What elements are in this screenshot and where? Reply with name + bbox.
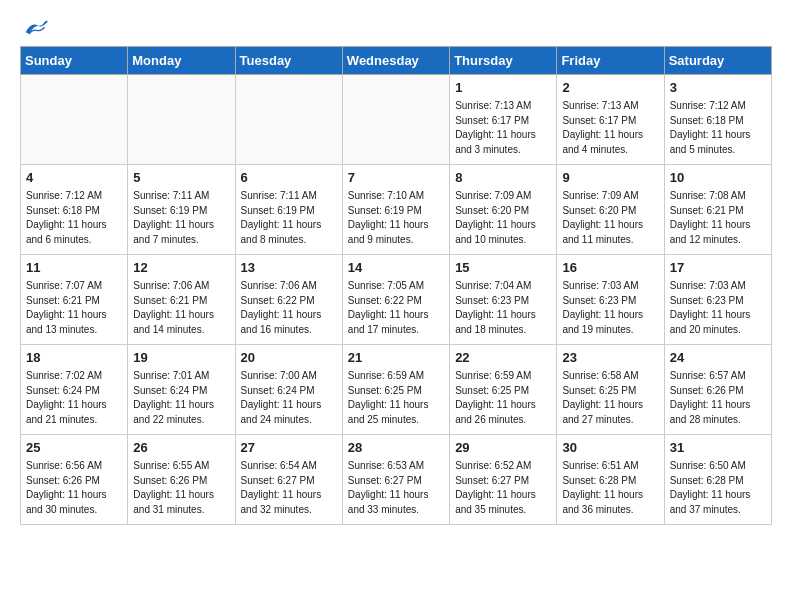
calendar-cell: 17Sunrise: 7:03 AMSunset: 6:23 PMDayligh…: [664, 255, 771, 345]
weekday-header-monday: Monday: [128, 47, 235, 75]
day-info: Sunrise: 6:53 AMSunset: 6:27 PMDaylight:…: [348, 459, 444, 517]
day-info: Sunrise: 7:06 AMSunset: 6:21 PMDaylight:…: [133, 279, 229, 337]
day-number: 8: [455, 169, 551, 187]
calendar-cell: 4Sunrise: 7:12 AMSunset: 6:18 PMDaylight…: [21, 165, 128, 255]
day-number: 7: [348, 169, 444, 187]
calendar-cell: [128, 75, 235, 165]
day-number: 18: [26, 349, 122, 367]
logo: [20, 20, 48, 36]
day-info: Sunrise: 6:56 AMSunset: 6:26 PMDaylight:…: [26, 459, 122, 517]
day-number: 29: [455, 439, 551, 457]
weekday-header-sunday: Sunday: [21, 47, 128, 75]
day-number: 4: [26, 169, 122, 187]
calendar-cell: [21, 75, 128, 165]
day-info: Sunrise: 7:11 AMSunset: 6:19 PMDaylight:…: [241, 189, 337, 247]
calendar-cell: 6Sunrise: 7:11 AMSunset: 6:19 PMDaylight…: [235, 165, 342, 255]
day-number: 3: [670, 79, 766, 97]
day-info: Sunrise: 6:59 AMSunset: 6:25 PMDaylight:…: [455, 369, 551, 427]
day-number: 2: [562, 79, 658, 97]
calendar-cell: [235, 75, 342, 165]
day-info: Sunrise: 7:02 AMSunset: 6:24 PMDaylight:…: [26, 369, 122, 427]
day-number: 31: [670, 439, 766, 457]
calendar-cell: 21Sunrise: 6:59 AMSunset: 6:25 PMDayligh…: [342, 345, 449, 435]
day-number: 24: [670, 349, 766, 367]
day-info: Sunrise: 7:09 AMSunset: 6:20 PMDaylight:…: [562, 189, 658, 247]
day-info: Sunrise: 7:09 AMSunset: 6:20 PMDaylight:…: [455, 189, 551, 247]
calendar-cell: 28Sunrise: 6:53 AMSunset: 6:27 PMDayligh…: [342, 435, 449, 525]
day-number: 23: [562, 349, 658, 367]
weekday-header-saturday: Saturday: [664, 47, 771, 75]
day-info: Sunrise: 7:12 AMSunset: 6:18 PMDaylight:…: [670, 99, 766, 157]
day-number: 26: [133, 439, 229, 457]
day-number: 27: [241, 439, 337, 457]
day-info: Sunrise: 7:12 AMSunset: 6:18 PMDaylight:…: [26, 189, 122, 247]
calendar-cell: 26Sunrise: 6:55 AMSunset: 6:26 PMDayligh…: [128, 435, 235, 525]
day-number: 5: [133, 169, 229, 187]
calendar-cell: 19Sunrise: 7:01 AMSunset: 6:24 PMDayligh…: [128, 345, 235, 435]
day-info: Sunrise: 6:52 AMSunset: 6:27 PMDaylight:…: [455, 459, 551, 517]
day-info: Sunrise: 7:03 AMSunset: 6:23 PMDaylight:…: [670, 279, 766, 337]
calendar-week-5: 25Sunrise: 6:56 AMSunset: 6:26 PMDayligh…: [21, 435, 772, 525]
calendar-cell: 8Sunrise: 7:09 AMSunset: 6:20 PMDaylight…: [450, 165, 557, 255]
day-number: 12: [133, 259, 229, 277]
weekday-header-thursday: Thursday: [450, 47, 557, 75]
calendar-cell: [342, 75, 449, 165]
day-info: Sunrise: 6:51 AMSunset: 6:28 PMDaylight:…: [562, 459, 658, 517]
day-number: 28: [348, 439, 444, 457]
weekday-header-tuesday: Tuesday: [235, 47, 342, 75]
day-info: Sunrise: 7:11 AMSunset: 6:19 PMDaylight:…: [133, 189, 229, 247]
calendar-cell: 3Sunrise: 7:12 AMSunset: 6:18 PMDaylight…: [664, 75, 771, 165]
day-info: Sunrise: 7:13 AMSunset: 6:17 PMDaylight:…: [455, 99, 551, 157]
day-info: Sunrise: 7:05 AMSunset: 6:22 PMDaylight:…: [348, 279, 444, 337]
calendar-cell: 16Sunrise: 7:03 AMSunset: 6:23 PMDayligh…: [557, 255, 664, 345]
day-number: 10: [670, 169, 766, 187]
day-info: Sunrise: 7:04 AMSunset: 6:23 PMDaylight:…: [455, 279, 551, 337]
weekday-header-wednesday: Wednesday: [342, 47, 449, 75]
calendar-cell: 20Sunrise: 7:00 AMSunset: 6:24 PMDayligh…: [235, 345, 342, 435]
calendar-cell: 31Sunrise: 6:50 AMSunset: 6:28 PMDayligh…: [664, 435, 771, 525]
calendar-cell: 10Sunrise: 7:08 AMSunset: 6:21 PMDayligh…: [664, 165, 771, 255]
day-number: 16: [562, 259, 658, 277]
day-number: 9: [562, 169, 658, 187]
calendar-week-3: 11Sunrise: 7:07 AMSunset: 6:21 PMDayligh…: [21, 255, 772, 345]
day-number: 1: [455, 79, 551, 97]
day-info: Sunrise: 7:08 AMSunset: 6:21 PMDaylight:…: [670, 189, 766, 247]
calendar-cell: 27Sunrise: 6:54 AMSunset: 6:27 PMDayligh…: [235, 435, 342, 525]
calendar-cell: 12Sunrise: 7:06 AMSunset: 6:21 PMDayligh…: [128, 255, 235, 345]
day-number: 22: [455, 349, 551, 367]
calendar-cell: 30Sunrise: 6:51 AMSunset: 6:28 PMDayligh…: [557, 435, 664, 525]
day-number: 6: [241, 169, 337, 187]
day-number: 20: [241, 349, 337, 367]
calendar-cell: 13Sunrise: 7:06 AMSunset: 6:22 PMDayligh…: [235, 255, 342, 345]
day-info: Sunrise: 6:59 AMSunset: 6:25 PMDaylight:…: [348, 369, 444, 427]
page-header: [20, 20, 772, 36]
day-number: 11: [26, 259, 122, 277]
day-number: 13: [241, 259, 337, 277]
calendar-cell: 9Sunrise: 7:09 AMSunset: 6:20 PMDaylight…: [557, 165, 664, 255]
logo-bird-icon: [24, 20, 48, 36]
day-number: 25: [26, 439, 122, 457]
calendar-table: SundayMondayTuesdayWednesdayThursdayFrid…: [20, 46, 772, 525]
calendar-cell: 14Sunrise: 7:05 AMSunset: 6:22 PMDayligh…: [342, 255, 449, 345]
day-info: Sunrise: 7:01 AMSunset: 6:24 PMDaylight:…: [133, 369, 229, 427]
calendar-cell: 23Sunrise: 6:58 AMSunset: 6:25 PMDayligh…: [557, 345, 664, 435]
day-info: Sunrise: 6:50 AMSunset: 6:28 PMDaylight:…: [670, 459, 766, 517]
day-info: Sunrise: 6:58 AMSunset: 6:25 PMDaylight:…: [562, 369, 658, 427]
day-info: Sunrise: 7:06 AMSunset: 6:22 PMDaylight:…: [241, 279, 337, 337]
calendar-cell: 29Sunrise: 6:52 AMSunset: 6:27 PMDayligh…: [450, 435, 557, 525]
day-info: Sunrise: 7:00 AMSunset: 6:24 PMDaylight:…: [241, 369, 337, 427]
calendar-cell: 22Sunrise: 6:59 AMSunset: 6:25 PMDayligh…: [450, 345, 557, 435]
weekday-header-friday: Friday: [557, 47, 664, 75]
day-number: 19: [133, 349, 229, 367]
day-number: 17: [670, 259, 766, 277]
calendar-week-1: 1Sunrise: 7:13 AMSunset: 6:17 PMDaylight…: [21, 75, 772, 165]
calendar-cell: 11Sunrise: 7:07 AMSunset: 6:21 PMDayligh…: [21, 255, 128, 345]
day-info: Sunrise: 7:03 AMSunset: 6:23 PMDaylight:…: [562, 279, 658, 337]
calendar-cell: 25Sunrise: 6:56 AMSunset: 6:26 PMDayligh…: [21, 435, 128, 525]
day-info: Sunrise: 6:54 AMSunset: 6:27 PMDaylight:…: [241, 459, 337, 517]
day-info: Sunrise: 7:13 AMSunset: 6:17 PMDaylight:…: [562, 99, 658, 157]
calendar-cell: 7Sunrise: 7:10 AMSunset: 6:19 PMDaylight…: [342, 165, 449, 255]
calendar-cell: 5Sunrise: 7:11 AMSunset: 6:19 PMDaylight…: [128, 165, 235, 255]
calendar-header-row: SundayMondayTuesdayWednesdayThursdayFrid…: [21, 47, 772, 75]
calendar-cell: 24Sunrise: 6:57 AMSunset: 6:26 PMDayligh…: [664, 345, 771, 435]
